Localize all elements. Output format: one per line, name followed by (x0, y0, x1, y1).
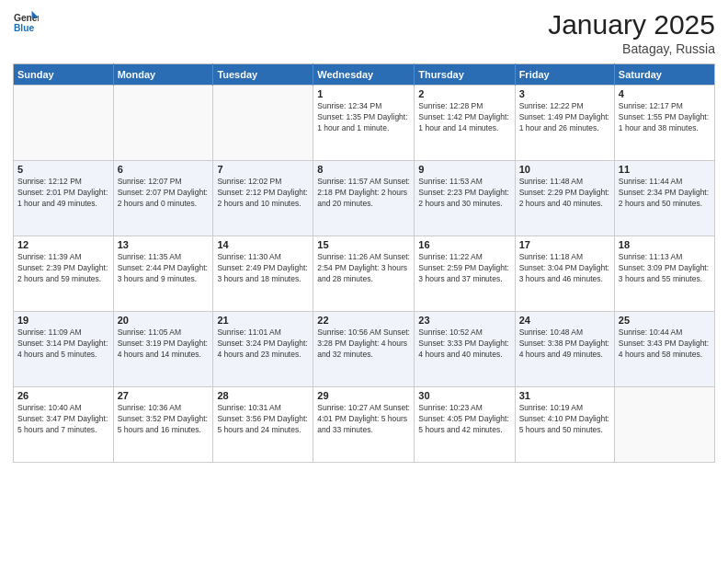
table-row (614, 387, 714, 463)
day-info: Sunrise: 11:26 AM Sunset: 2:54 PM Daylig… (317, 252, 410, 285)
table-row: 24Sunrise: 10:48 AM Sunset: 3:38 PM Dayl… (515, 312, 614, 387)
day-number: 21 (217, 315, 309, 326)
day-number: 11 (619, 164, 711, 175)
day-info: Sunrise: 11:22 AM Sunset: 2:59 PM Daylig… (418, 252, 510, 285)
day-info: Sunrise: 11:57 AM Sunset: 2:18 PM Daylig… (317, 177, 410, 210)
day-info: Sunrise: 10:52 AM Sunset: 3:33 PM Daylig… (418, 327, 510, 361)
table-row: 1Sunrise: 12:34 PM Sunset: 1:35 PM Dayli… (313, 86, 415, 161)
col-sunday: Sunday (14, 64, 114, 86)
table-row: 17Sunrise: 11:18 AM Sunset: 3:04 PM Dayl… (515, 236, 614, 312)
table-row: 29Sunrise: 10:27 AM Sunset: 4:01 PM Dayl… (313, 387, 415, 463)
table-row: 9Sunrise: 11:53 AM Sunset: 2:23 PM Dayli… (415, 161, 515, 236)
table-row: 16Sunrise: 11:22 AM Sunset: 2:59 PM Dayl… (415, 236, 515, 312)
day-number: 2 (418, 88, 510, 99)
day-info: Sunrise: 12:12 PM Sunset: 2:01 PM Daylig… (17, 177, 109, 210)
day-info: Sunrise: 12:17 PM Sunset: 1:55 PM Daylig… (619, 101, 711, 134)
table-row: 25Sunrise: 10:44 AM Sunset: 3:43 PM Dayl… (614, 312, 714, 387)
table-row: 28Sunrise: 10:31 AM Sunset: 3:56 PM Dayl… (213, 387, 313, 463)
day-info: Sunrise: 11:13 AM Sunset: 3:09 PM Daylig… (619, 252, 711, 285)
day-info: Sunrise: 10:31 AM Sunset: 3:56 PM Daylig… (217, 403, 309, 436)
table-row: 15Sunrise: 11:26 AM Sunset: 2:54 PM Dayl… (313, 236, 415, 312)
col-saturday: Saturday (614, 64, 714, 86)
day-number: 7 (217, 164, 309, 175)
day-info: Sunrise: 11:05 AM Sunset: 3:19 PM Daylig… (118, 327, 210, 361)
table-row: 31Sunrise: 10:19 AM Sunset: 4:10 PM Dayl… (515, 387, 614, 463)
table-row: 26Sunrise: 10:40 AM Sunset: 3:47 PM Dayl… (14, 387, 114, 463)
day-info: Sunrise: 10:56 AM Sunset: 3:28 PM Daylig… (317, 327, 410, 361)
day-number: 1 (317, 88, 410, 99)
day-number: 17 (519, 239, 610, 250)
day-info: Sunrise: 11:39 AM Sunset: 2:39 PM Daylig… (17, 252, 109, 285)
day-number: 20 (118, 315, 210, 326)
table-row: 4Sunrise: 12:17 PM Sunset: 1:55 PM Dayli… (614, 86, 714, 161)
table-row: 21Sunrise: 11:01 AM Sunset: 3:24 PM Dayl… (213, 312, 313, 387)
day-number: 10 (519, 164, 610, 175)
day-number: 15 (317, 239, 410, 250)
day-info: Sunrise: 12:28 PM Sunset: 1:42 PM Daylig… (418, 101, 510, 134)
day-number: 29 (317, 390, 410, 401)
day-info: Sunrise: 10:44 AM Sunset: 3:43 PM Daylig… (619, 327, 711, 361)
day-info: Sunrise: 12:22 PM Sunset: 1:49 PM Daylig… (519, 101, 610, 134)
day-info: Sunrise: 11:35 AM Sunset: 2:44 PM Daylig… (118, 252, 210, 285)
table-row: 2Sunrise: 12:28 PM Sunset: 1:42 PM Dayli… (415, 86, 515, 161)
day-number: 26 (17, 390, 109, 401)
table-row: 14Sunrise: 11:30 AM Sunset: 2:49 PM Dayl… (213, 236, 313, 312)
day-info: Sunrise: 11:09 AM Sunset: 3:14 PM Daylig… (17, 327, 109, 361)
day-number: 27 (118, 390, 210, 401)
day-number: 23 (418, 315, 510, 326)
col-friday: Friday (515, 64, 614, 86)
day-info: Sunrise: 12:02 PM Sunset: 2:12 PM Daylig… (217, 177, 309, 210)
day-info: Sunrise: 11:30 AM Sunset: 2:49 PM Daylig… (217, 252, 309, 285)
table-row (113, 86, 213, 161)
page-header: General Blue January 2025 Batagay, Russi… (13, 9, 715, 56)
day-info: Sunrise: 10:40 AM Sunset: 3:47 PM Daylig… (17, 403, 109, 436)
title-block: January 2025 Batagay, Russia (548, 9, 715, 56)
day-number: 18 (619, 239, 711, 250)
day-number: 16 (418, 239, 510, 250)
col-tuesday: Tuesday (213, 64, 313, 86)
day-number: 30 (418, 390, 510, 401)
day-number: 8 (317, 164, 410, 175)
day-info: Sunrise: 11:44 AM Sunset: 2:34 PM Daylig… (619, 177, 711, 210)
table-row: 19Sunrise: 11:09 AM Sunset: 3:14 PM Dayl… (14, 312, 114, 387)
day-number: 24 (519, 315, 610, 326)
col-thursday: Thursday (415, 64, 515, 86)
day-number: 12 (17, 239, 109, 250)
table-row: 3Sunrise: 12:22 PM Sunset: 1:49 PM Dayli… (515, 86, 614, 161)
table-row: 27Sunrise: 10:36 AM Sunset: 3:52 PM Dayl… (113, 387, 213, 463)
table-row (213, 86, 313, 161)
calendar-table: Sunday Monday Tuesday Wednesday Thursday… (13, 63, 715, 463)
day-info: Sunrise: 10:27 AM Sunset: 4:01 PM Daylig… (317, 403, 410, 436)
day-number: 28 (217, 390, 309, 401)
table-row: 6Sunrise: 12:07 PM Sunset: 2:07 PM Dayli… (113, 161, 213, 236)
table-row: 30Sunrise: 10:23 AM Sunset: 4:05 PM Dayl… (415, 387, 515, 463)
day-info: Sunrise: 11:18 AM Sunset: 3:04 PM Daylig… (519, 252, 610, 285)
day-info: Sunrise: 11:53 AM Sunset: 2:23 PM Daylig… (418, 177, 510, 210)
table-row: 18Sunrise: 11:13 AM Sunset: 3:09 PM Dayl… (614, 236, 714, 312)
col-monday: Monday (113, 64, 213, 86)
calendar-header-row: Sunday Monday Tuesday Wednesday Thursday… (14, 64, 715, 86)
location: Batagay, Russia (548, 41, 715, 56)
day-number: 31 (519, 390, 610, 401)
day-info: Sunrise: 10:19 AM Sunset: 4:10 PM Daylig… (519, 403, 610, 436)
day-info: Sunrise: 12:07 PM Sunset: 2:07 PM Daylig… (118, 177, 210, 210)
svg-text:Blue: Blue (14, 23, 35, 33)
day-number: 22 (317, 315, 410, 326)
table-row: 22Sunrise: 10:56 AM Sunset: 3:28 PM Dayl… (313, 312, 415, 387)
table-row: 20Sunrise: 11:05 AM Sunset: 3:19 PM Dayl… (113, 312, 213, 387)
day-info: Sunrise: 12:34 PM Sunset: 1:35 PM Daylig… (317, 101, 410, 134)
day-number: 25 (619, 315, 711, 326)
table-row: 13Sunrise: 11:35 AM Sunset: 2:44 PM Dayl… (113, 236, 213, 312)
month-title: January 2025 (548, 9, 715, 40)
day-number: 4 (619, 88, 711, 99)
table-row: 23Sunrise: 10:52 AM Sunset: 3:33 PM Dayl… (415, 312, 515, 387)
table-row: 10Sunrise: 11:48 AM Sunset: 2:29 PM Dayl… (515, 161, 614, 236)
day-info: Sunrise: 10:48 AM Sunset: 3:38 PM Daylig… (519, 327, 610, 361)
day-number: 3 (519, 88, 610, 99)
table-row (14, 86, 114, 161)
day-info: Sunrise: 10:23 AM Sunset: 4:05 PM Daylig… (418, 403, 510, 436)
table-row: 12Sunrise: 11:39 AM Sunset: 2:39 PM Dayl… (14, 236, 114, 312)
col-wednesday: Wednesday (313, 64, 415, 86)
day-number: 13 (118, 239, 210, 250)
day-number: 5 (17, 164, 109, 175)
